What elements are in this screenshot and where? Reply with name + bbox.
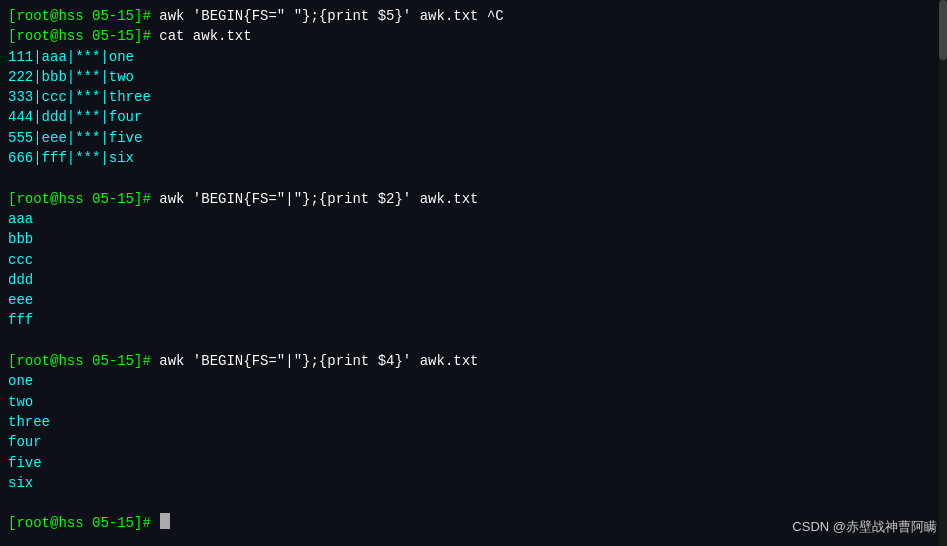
output-text: four <box>8 432 42 452</box>
output-text: 222|bbb|***|two <box>8 67 134 87</box>
terminal-line: ccc <box>8 250 939 270</box>
prompt: [root@hss 05-15]# <box>8 351 159 371</box>
scrollbar-thumb[interactable] <box>939 0 947 60</box>
terminal-line: 333|ccc|***|three <box>8 87 939 107</box>
output-text: 555|eee|***|five <box>8 128 142 148</box>
output-text: 444|ddd|***|four <box>8 107 142 127</box>
scrollbar[interactable] <box>939 0 947 546</box>
output-text: five <box>8 453 42 473</box>
terminal: [root@hss 05-15]# awk 'BEGIN{FS=" "};{pr… <box>0 0 947 546</box>
terminal-line: fff <box>8 310 939 330</box>
output-text: one <box>8 371 33 391</box>
terminal-line: bbb <box>8 229 939 249</box>
terminal-line: two <box>8 392 939 412</box>
terminal-line: [root@hss 05-15]# awk 'BEGIN{FS="|"};{pr… <box>8 351 939 371</box>
terminal-line: [root@hss 05-15]# awk 'BEGIN{FS="|"};{pr… <box>8 189 939 209</box>
output-text: two <box>8 392 33 412</box>
output-text: ddd <box>8 270 33 290</box>
output-text: 111|aaa|***|one <box>8 47 134 67</box>
output-text: eee <box>8 290 33 310</box>
terminal-line: eee <box>8 290 939 310</box>
terminal-line: [root@hss 05-15]# cat awk.txt <box>8 26 939 46</box>
output-text: three <box>8 412 50 432</box>
terminal-line <box>8 493 939 513</box>
terminal-line: ddd <box>8 270 939 290</box>
output-text: bbb <box>8 229 33 249</box>
terminal-line: 222|bbb|***|two <box>8 67 939 87</box>
output-text: ccc <box>8 250 33 270</box>
prompt: [root@hss 05-15]# <box>8 189 159 209</box>
prompt: [root@hss 05-15]# <box>8 513 159 533</box>
command: awk 'BEGIN{FS="|"};{print $2}' awk.txt <box>159 189 478 209</box>
terminal-line: four <box>8 432 939 452</box>
terminal-line: [root@hss 05-15]# awk 'BEGIN{FS=" "};{pr… <box>8 6 939 26</box>
terminal-line <box>8 168 939 188</box>
terminal-line: aaa <box>8 209 939 229</box>
cursor <box>160 513 170 529</box>
command: awk 'BEGIN{FS="|"};{print $4}' awk.txt <box>159 351 478 371</box>
terminal-line: 444|ddd|***|four <box>8 107 939 127</box>
command: awk 'BEGIN{FS=" "};{print $5}' awk.txt ^… <box>159 6 503 26</box>
prompt: [root@hss 05-15]# <box>8 6 159 26</box>
terminal-line: five <box>8 453 939 473</box>
output-text: fff <box>8 310 33 330</box>
output-text: 333|ccc|***|three <box>8 87 151 107</box>
output-text: aaa <box>8 209 33 229</box>
terminal-line: three <box>8 412 939 432</box>
command: cat awk.txt <box>159 26 251 46</box>
output-text: 666|fff|***|six <box>8 148 134 168</box>
prompt: [root@hss 05-15]# <box>8 26 159 46</box>
terminal-line: 666|fff|***|six <box>8 148 939 168</box>
terminal-line: 111|aaa|***|one <box>8 47 939 67</box>
terminal-line: one <box>8 371 939 391</box>
output-text: six <box>8 473 33 493</box>
terminal-line: 555|eee|***|five <box>8 128 939 148</box>
watermark: CSDN @赤壁战神曹阿瞒 <box>792 518 937 536</box>
terminal-line <box>8 331 939 351</box>
terminal-line: six <box>8 473 939 493</box>
